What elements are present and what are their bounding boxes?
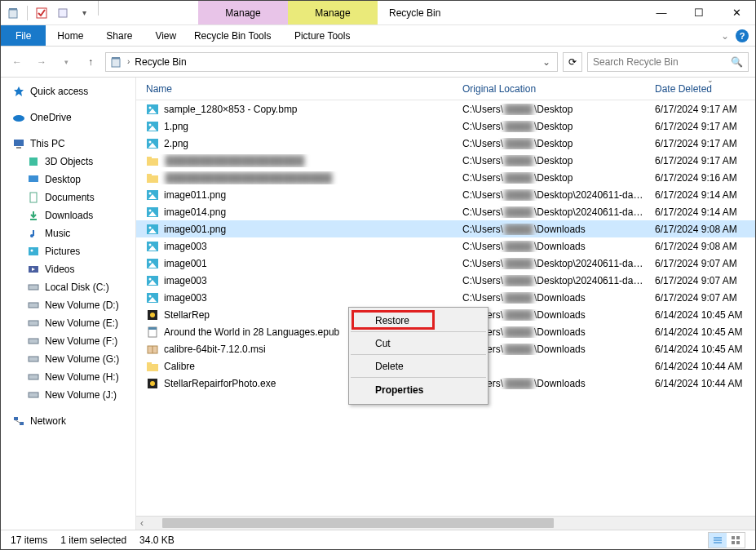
tree-item[interactable]: New Volume (F:) bbox=[1, 332, 135, 350]
svg-rect-5 bbox=[112, 59, 120, 67]
file-original-location: C:\Users\████\Desktop\20240611-data-re..… bbox=[453, 258, 645, 269]
file-row[interactable]: image014.pngC:\Users\████\Desktop\202406… bbox=[136, 203, 755, 220]
recycle-bin-titlebar-icon[interactable] bbox=[4, 4, 22, 22]
tree-item[interactable]: Videos bbox=[1, 260, 135, 278]
maximize-button[interactable]: ☐ bbox=[680, 1, 718, 24]
file-row[interactable]: 1.pngC:\Users\████\Desktop6/17/2024 9:17… bbox=[136, 118, 755, 135]
status-selection: 1 item selected bbox=[60, 534, 126, 546]
svg-point-32 bbox=[149, 106, 152, 109]
svg-point-48 bbox=[149, 209, 152, 211]
nav-back-button[interactable]: ← bbox=[7, 52, 27, 72]
context-lower-picture[interactable]: Picture Tools bbox=[277, 25, 367, 46]
msi-icon bbox=[146, 343, 159, 356]
file-name: image003 bbox=[164, 241, 207, 252]
view-details-button[interactable] bbox=[709, 533, 727, 548]
file-name: calibre-64bit-7.12.0.msi bbox=[164, 344, 266, 355]
close-button[interactable]: ✕ bbox=[718, 1, 755, 24]
file-original-location: C:\Users\████\Downloads bbox=[453, 292, 645, 304]
svg-rect-28 bbox=[14, 417, 18, 420]
svg-rect-29 bbox=[20, 422, 24, 425]
context-tab-recycle-manage[interactable]: Manage bbox=[198, 1, 288, 24]
network-icon bbox=[12, 415, 25, 428]
status-size: 34.0 KB bbox=[139, 534, 175, 546]
img-icon bbox=[146, 189, 159, 202]
horizontal-scrollbar[interactable]: ‹ bbox=[136, 516, 755, 530]
tree-item[interactable]: 3D Objects bbox=[1, 153, 135, 171]
view-large-icons-button[interactable] bbox=[727, 533, 745, 548]
nav-recent-dropdown[interactable]: ▾ bbox=[56, 52, 76, 72]
file-row[interactable]: image003C:\Users\████\Downloads6/17/2024… bbox=[136, 237, 755, 255]
file-row[interactable]: ████████████████████████C:\Users\████\De… bbox=[136, 169, 755, 186]
column-date-deleted[interactable]: Date Deleted⌄ bbox=[645, 78, 755, 100]
home-tab[interactable]: Home bbox=[46, 25, 95, 46]
share-tab[interactable]: Share bbox=[95, 25, 144, 46]
file-row[interactable]: image003C:\Users\████\Downloads6/17/2024… bbox=[136, 289, 755, 306]
file-row[interactable]: 2.pngC:\Users\████\Desktop6/17/2024 9:17… bbox=[136, 135, 755, 152]
refresh-button[interactable]: ⟳ bbox=[563, 52, 582, 72]
tree-item[interactable]: Downloads bbox=[1, 206, 135, 224]
column-headers: Name Original Location Date Deleted⌄ bbox=[136, 78, 755, 100]
img-icon bbox=[146, 274, 159, 287]
tree-item[interactable]: Pictures bbox=[1, 242, 135, 260]
qat-new-icon[interactable] bbox=[54, 4, 72, 22]
qat-properties-icon[interactable] bbox=[33, 4, 51, 22]
tree-this-pc[interactable]: This PC bbox=[1, 135, 135, 153]
tree-onedrive[interactable]: OneDrive bbox=[1, 109, 135, 126]
view-tab[interactable]: View bbox=[144, 25, 188, 46]
context-tab-picture-manage[interactable]: Manage bbox=[288, 1, 378, 24]
file-tab[interactable]: File bbox=[1, 25, 46, 46]
tree-item[interactable]: New Volume (G:) bbox=[1, 350, 135, 368]
svg-rect-40 bbox=[147, 158, 158, 166]
tree-item[interactable]: New Volume (J:) bbox=[1, 386, 135, 404]
column-name[interactable]: Name bbox=[136, 78, 453, 100]
tree-quick-access[interactable]: Quick access bbox=[1, 82, 135, 100]
file-date-deleted: 6/14/2024 10:45 AM bbox=[645, 309, 755, 321]
qat-customize-dropdown[interactable]: ▾ bbox=[75, 4, 93, 22]
tree-item[interactable]: New Volume (H:) bbox=[1, 368, 135, 386]
file-name: Calibre bbox=[164, 361, 195, 372]
svg-rect-25 bbox=[29, 357, 38, 361]
file-row[interactable]: image011.pngC:\Users\████\Desktop\202406… bbox=[136, 186, 755, 203]
search-box[interactable]: Search Recycle Bin 🔍 bbox=[587, 52, 749, 72]
tree-item[interactable]: New Volume (E:) bbox=[1, 314, 135, 332]
address-bar[interactable]: › Recycle Bin ⌄ bbox=[105, 52, 558, 72]
svg-rect-17 bbox=[29, 247, 38, 255]
file-row[interactable]: image003C:\Users\████\Desktop\20240611-d… bbox=[136, 272, 755, 289]
file-row[interactable]: ████████████████████C:\Users\████\Deskto… bbox=[136, 152, 755, 169]
ctx-properties[interactable]: Properties bbox=[351, 379, 486, 401]
tree-item[interactable]: Music bbox=[1, 224, 135, 242]
help-icon[interactable]: ? bbox=[736, 29, 749, 42]
ribbon-expand-icon[interactable]: ⌄ bbox=[721, 30, 729, 42]
svg-point-66 bbox=[150, 313, 155, 317]
tree-item[interactable]: New Volume (D:) bbox=[1, 296, 135, 314]
svg-rect-6 bbox=[112, 57, 120, 59]
exe-icon bbox=[146, 377, 159, 390]
minimize-button[interactable]: — bbox=[643, 1, 680, 24]
file-name: image011.png bbox=[164, 189, 226, 201]
ctx-cut[interactable]: Cut bbox=[351, 334, 486, 355]
file-name: 2.png bbox=[164, 138, 188, 149]
exe-icon bbox=[146, 308, 159, 322]
nav-forward-button[interactable]: → bbox=[32, 52, 51, 72]
context-lower-recycle[interactable]: Recycle Bin Tools bbox=[188, 25, 277, 46]
file-name: StellarRepairforPhoto.exe bbox=[164, 378, 276, 389]
file-row[interactable]: sample_1280×853 - Copy.bmpC:\Users\████\… bbox=[136, 100, 755, 118]
file-row[interactable]: image001C:\Users\████\Desktop\20240611-d… bbox=[136, 255, 755, 272]
nav-up-button[interactable]: ↑ bbox=[81, 52, 100, 72]
file-date-deleted: 6/17/2024 9:16 AM bbox=[645, 172, 755, 184]
svg-rect-9 bbox=[14, 140, 24, 146]
tree-item[interactable]: Desktop bbox=[1, 171, 135, 189]
ctx-restore[interactable]: Restore bbox=[351, 311, 486, 332]
ctx-delete[interactable]: Delete bbox=[351, 357, 486, 378]
tree-item[interactable]: Documents bbox=[1, 189, 135, 206]
file-row[interactable]: image001.pngC:\Users\████\Downloads6/17/… bbox=[136, 220, 755, 237]
tree-item[interactable]: Local Disk (C:) bbox=[1, 278, 135, 296]
svg-point-57 bbox=[149, 260, 152, 263]
navigation-tree: Quick access OneDrive This PC 3D Objects… bbox=[1, 78, 136, 530]
column-original-location[interactable]: Original Location bbox=[453, 78, 645, 100]
folder-icon bbox=[146, 154, 159, 167]
address-history-dropdown[interactable]: ⌄ bbox=[539, 56, 554, 68]
tree-network[interactable]: Network bbox=[1, 412, 135, 430]
file-name: image003 bbox=[164, 275, 207, 286]
file-original-location: C:\Users\████\Desktop\20240611-data-re..… bbox=[453, 206, 645, 218]
